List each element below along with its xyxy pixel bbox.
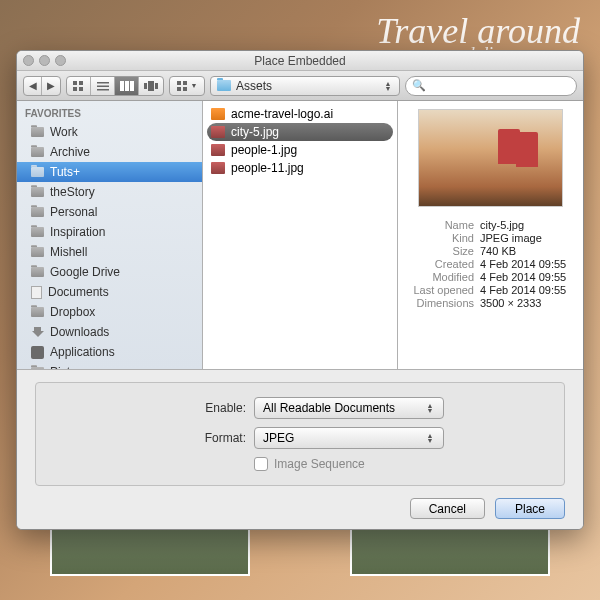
cancel-button[interactable]: Cancel [410, 498, 485, 519]
options-panel: Enable: All Readable Documents ▲▼ Format… [35, 382, 565, 486]
sidebar-item[interactable]: Google Drive [17, 262, 202, 282]
preview-value: JPEG image [480, 232, 575, 244]
preview-row: Namecity-5.jpg [402, 219, 579, 232]
svg-rect-4 [97, 82, 109, 84]
svg-rect-10 [144, 83, 147, 89]
sidebar-item[interactable]: Pictures [17, 362, 202, 369]
updown-icon: ▲▼ [425, 403, 435, 413]
preview-label: Size [402, 245, 480, 257]
sidebar-item[interactable]: Tuts+ [17, 162, 202, 182]
folder-icon [31, 286, 42, 299]
toolbar: ◀ ▶ ▼ Assets ▲▼ [17, 71, 583, 101]
svg-rect-16 [183, 87, 187, 91]
action-seg[interactable]: ▼ [169, 76, 205, 96]
file-item[interactable]: people-11.jpg [203, 159, 397, 177]
file-item-label: people-1.jpg [231, 143, 297, 157]
action-menu-button[interactable]: ▼ [170, 77, 204, 95]
view-coverflow-button[interactable] [139, 77, 163, 95]
preview-label: Dimensions [402, 297, 480, 309]
traffic-lights[interactable] [23, 55, 66, 66]
preview-thumbnail [418, 109, 563, 207]
file-browser: FAVORITES WorkArchiveTuts+theStoryPerson… [17, 101, 583, 369]
sidebar-item-label: Mishell [50, 245, 87, 259]
sidebar-item[interactable]: Downloads [17, 322, 202, 342]
zoom-icon[interactable] [55, 55, 66, 66]
preview-value: 4 Feb 2014 09:55 [480, 271, 575, 283]
sidebar-item-label: theStory [50, 185, 95, 199]
file-icon [211, 108, 225, 120]
search-field[interactable]: 🔍 [405, 76, 577, 96]
sidebar-item[interactable]: Inspiration [17, 222, 202, 242]
view-list-button[interactable] [91, 77, 115, 95]
preview-metadata: Namecity-5.jpgKindJPEG imageSize740 KBCr… [402, 219, 579, 310]
view-columns-button[interactable] [115, 77, 139, 95]
preview-label: Name [402, 219, 480, 231]
folder-icon [217, 80, 231, 91]
minimize-icon[interactable] [39, 55, 50, 66]
close-icon[interactable] [23, 55, 34, 66]
sidebar-header: FAVORITES [17, 105, 202, 122]
nav-seg: ◀ ▶ [23, 76, 61, 96]
preview-row: Created4 Feb 2014 09:55 [402, 258, 579, 271]
folder-icon [31, 346, 44, 359]
nav-forward-button[interactable]: ▶ [42, 77, 60, 95]
sidebar-item-label: Documents [48, 285, 109, 299]
file-icon [211, 126, 225, 138]
file-list: acme-travel-logo.aicity-5.jpgpeople-1.jp… [203, 101, 398, 369]
preview-value: 740 KB [480, 245, 575, 257]
window-title: Place Embedded [17, 54, 583, 68]
file-item[interactable]: people-1.jpg [203, 141, 397, 159]
path-dropdown[interactable]: Assets ▲▼ [210, 76, 400, 96]
image-sequence-checkbox[interactable] [254, 457, 268, 471]
place-button[interactable]: Place [495, 498, 565, 519]
sidebar-item-label: Dropbox [50, 305, 95, 319]
chevron-down-icon: ▼ [191, 82, 198, 89]
preview-label: Last opened [402, 284, 480, 296]
file-item[interactable]: city-5.jpg [207, 123, 393, 141]
sidebar-item[interactable]: theStory [17, 182, 202, 202]
folder-icon [31, 307, 44, 317]
sidebar-item[interactable]: Documents [17, 282, 202, 302]
search-icon: 🔍 [412, 79, 426, 92]
preview-row: Last opened4 Feb 2014 09:55 [402, 284, 579, 297]
sidebar-item-label: Tuts+ [50, 165, 80, 179]
folder-icon [31, 267, 44, 277]
sidebar: FAVORITES WorkArchiveTuts+theStoryPerson… [17, 101, 203, 369]
enable-select[interactable]: All Readable Documents ▲▼ [254, 397, 444, 419]
sidebar-item[interactable]: Work [17, 122, 202, 142]
sidebar-item[interactable]: Archive [17, 142, 202, 162]
coverflow-icon [144, 81, 158, 91]
svg-rect-7 [120, 81, 124, 91]
svg-rect-6 [97, 89, 109, 91]
svg-rect-14 [183, 81, 187, 85]
folder-icon [31, 207, 44, 217]
sidebar-item[interactable]: Mishell [17, 242, 202, 262]
svg-rect-5 [97, 85, 109, 87]
svg-rect-3 [79, 87, 83, 91]
sidebar-item[interactable]: Dropbox [17, 302, 202, 322]
file-item[interactable]: acme-travel-logo.ai [203, 105, 397, 123]
grid-icon [73, 81, 85, 91]
view-seg [66, 76, 164, 96]
svg-rect-12 [155, 83, 158, 89]
file-item-label: city-5.jpg [231, 125, 279, 139]
svg-rect-9 [130, 81, 134, 91]
preview-label: Modified [402, 271, 480, 283]
view-icons-button[interactable] [67, 77, 91, 95]
preview-value: city-5.jpg [480, 219, 575, 231]
folder-icon [31, 227, 44, 237]
format-value: JPEG [263, 431, 294, 445]
preview-label: Created [402, 258, 480, 270]
search-input[interactable] [430, 80, 570, 92]
folder-icon [31, 147, 44, 157]
sidebar-item[interactable]: Applications [17, 342, 202, 362]
sidebar-item[interactable]: Personal [17, 202, 202, 222]
sidebar-item-label: Inspiration [50, 225, 105, 239]
updown-icon: ▲▼ [383, 81, 393, 91]
file-item-label: acme-travel-logo.ai [231, 107, 333, 121]
preview-value: 4 Feb 2014 09:55 [480, 258, 575, 270]
format-label: Format: [36, 431, 246, 445]
nav-back-button[interactable]: ◀ [24, 77, 42, 95]
preview-label: Kind [402, 232, 480, 244]
format-select[interactable]: JPEG ▲▼ [254, 427, 444, 449]
